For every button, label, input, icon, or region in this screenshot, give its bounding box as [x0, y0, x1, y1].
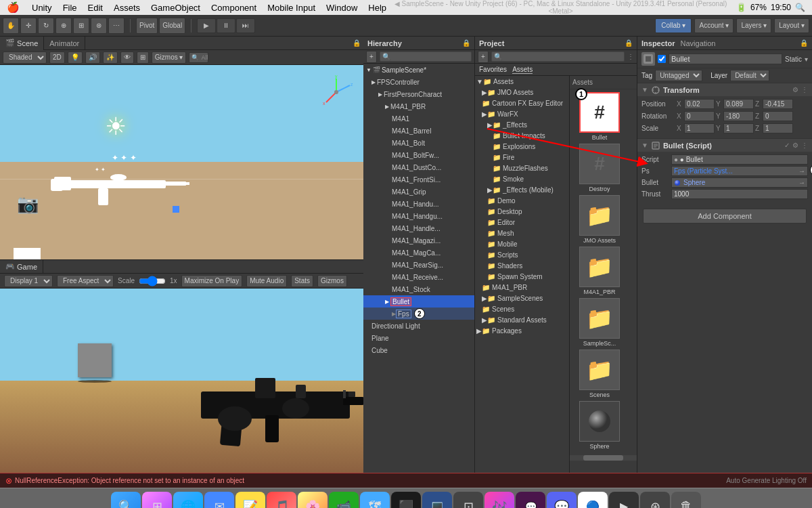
- hier-m4a1[interactable]: M4A1: [363, 112, 474, 125]
- dock-finder[interactable]: 🔍: [111, 492, 141, 509]
- script-dots[interactable]: ⋮: [801, 142, 808, 149]
- static-arrow[interactable]: ▾: [805, 56, 808, 63]
- tab-game[interactable]: 🎮 Game: [0, 260, 43, 274]
- dock-trash[interactable]: 🗑: [671, 492, 701, 509]
- hierarchy-search[interactable]: [380, 51, 472, 62]
- add-component-btn[interactable]: Add Component: [643, 209, 807, 224]
- collab-button[interactable]: Collab ▾: [655, 18, 692, 33]
- hier-fpscontroller[interactable]: ▶ FPSController: [363, 76, 474, 88]
- asset-samplesc[interactable]: 📁 SampleSc...: [572, 298, 627, 347]
- scene-audio-btn[interactable]: 🔊: [85, 51, 100, 64]
- bullet-link-icon[interactable]: →: [798, 179, 805, 186]
- tree-smoke[interactable]: 📁 Smoke: [475, 173, 569, 184]
- tree-m4a1pbr[interactable]: 📁 M4A1_PBR: [475, 282, 569, 293]
- scale-tool[interactable]: ⊕: [55, 18, 72, 34]
- display-select[interactable]: Display 1: [4, 275, 53, 287]
- hand-tool[interactable]: ✋: [3, 18, 19, 34]
- tab-favorites[interactable]: Favorites: [479, 66, 507, 73]
- tree-bulletimpacts[interactable]: 📁 Bullet Impacts: [475, 130, 569, 141]
- dock-safari[interactable]: 🌐: [173, 492, 203, 509]
- scene-light-btn[interactable]: 💡: [68, 51, 83, 64]
- gizmos-btn[interactable]: Gizmos ▾: [152, 51, 187, 64]
- hier-firstperson[interactable]: ▶ FirstPersonCharact: [363, 88, 474, 100]
- layer-select[interactable]: Default: [730, 70, 769, 81]
- tab-assets[interactable]: Assets: [512, 66, 533, 74]
- scene-grid-btn[interactable]: ⊞: [137, 51, 149, 64]
- mobile-input-menu[interactable]: Mobile Input: [262, 3, 321, 13]
- asset-jmo[interactable]: 📁 JMO Assets: [572, 195, 627, 244]
- dock-music[interactable]: 🎵: [267, 492, 296, 509]
- thrust-input[interactable]: 1000: [671, 189, 808, 199]
- game-viewport[interactable]: [0, 289, 363, 473]
- hier-m4a1bolt[interactable]: M4A1_Bolt: [363, 137, 474, 149]
- hier-m4a1receive[interactable]: M4A1_Receive...: [363, 271, 474, 283]
- tree-fire[interactable]: 📁 Fire: [475, 152, 569, 163]
- transform-dots[interactable]: ⋮: [801, 86, 808, 93]
- hier-m4a1handgu[interactable]: M4A1_Handgu...: [363, 210, 474, 222]
- dock-discord[interactable]: 💬: [547, 492, 577, 509]
- maximize-btn[interactable]: Maximize On Play: [181, 275, 243, 287]
- hier-m4a1magazi[interactable]: M4A1_Magazi...: [363, 234, 474, 247]
- hier-m4a1dustco[interactable]: M4A1_DustCo...: [363, 161, 474, 173]
- aspect-select[interactable]: Free Aspect: [57, 275, 114, 287]
- ps-link-icon[interactable]: →: [798, 167, 805, 175]
- step-button[interactable]: ⏭: [236, 18, 255, 33]
- dock-chrome[interactable]: 🔵: [578, 492, 608, 509]
- hier-m4a1magca[interactable]: M4A1_MagCa...: [363, 247, 474, 259]
- dock-unity[interactable]: ⊡: [453, 492, 483, 509]
- tree-warfx[interactable]: ▶📁 WarFX: [475, 108, 569, 119]
- rot-x-input[interactable]: [684, 111, 715, 121]
- dock-slack[interactable]: 💬: [516, 492, 545, 509]
- apple-menu-icon[interactable]: 🍎: [0, 1, 26, 14]
- asset-destroy[interactable]: # Destroy: [572, 144, 627, 192]
- tree-effectsmobile[interactable]: ▶📁 _Effects (Mobile): [475, 184, 569, 195]
- dock-notes[interactable]: 📝: [235, 492, 265, 509]
- hier-m4a1frontsi[interactable]: M4A1_FrontSi...: [363, 173, 474, 186]
- tree-scripts[interactable]: 📁 Scripts: [475, 249, 569, 260]
- pos-x-input[interactable]: 0.02: [684, 99, 715, 109]
- tree-assets[interactable]: ▼📁 Assets: [475, 76, 569, 87]
- tag-select[interactable]: Untagged: [655, 70, 702, 81]
- scene-hidden-btn[interactable]: 👁: [120, 51, 134, 64]
- mute-btn[interactable]: Mute Audio: [246, 275, 287, 287]
- rot-z-input[interactable]: [763, 111, 793, 121]
- dock-itunes[interactable]: 🎶: [484, 492, 514, 509]
- dock-facetime[interactable]: 📹: [329, 492, 359, 509]
- hier-m4a1grip[interactable]: M4A1_Grip: [363, 186, 474, 198]
- add-hierarchy-btn[interactable]: +: [366, 51, 377, 63]
- tree-samplescenes[interactable]: ▶📁 SampleScenes: [475, 293, 569, 303]
- scale-z-input[interactable]: [763, 123, 793, 133]
- hier-bullet[interactable]: ▶ Bullet: [363, 295, 474, 308]
- asset-m4a1pbr[interactable]: 📁 M4A1_PBR: [572, 247, 627, 295]
- tab-navigation[interactable]: Navigation: [681, 39, 716, 47]
- pos-z-input[interactable]: -0.415: [763, 99, 793, 109]
- dock-launchpad[interactable]: ⊞: [142, 492, 172, 509]
- hier-dirlight[interactable]: Directional Light: [363, 320, 474, 332]
- asset-bullet[interactable]: # 1 Bullet: [572, 92, 627, 141]
- gizmos-game-btn[interactable]: Gizmos: [317, 275, 347, 287]
- tree-cartoonfx[interactable]: 📁 Cartoon FX Easy Editor: [475, 98, 569, 108]
- window-menu[interactable]: Window: [321, 3, 363, 13]
- tree-spawnsystem[interactable]: 📁 Spawn System: [475, 271, 569, 282]
- pause-button[interactable]: ⏸: [217, 18, 235, 33]
- edit-menu[interactable]: Edit: [83, 3, 108, 13]
- scale-y-input[interactable]: [723, 123, 754, 133]
- layout-button[interactable]: Layout ▾: [774, 18, 809, 33]
- scale-slider[interactable]: [139, 278, 166, 284]
- tree-scenes[interactable]: 📁 Scenes: [475, 303, 569, 314]
- hier-scene[interactable]: ▼ 🎬 SampleScene*: [363, 64, 474, 76]
- tree-editor[interactable]: 📁 Editor: [475, 217, 569, 228]
- tree-demo[interactable]: 📁 Demo: [475, 195, 569, 206]
- transform-settings[interactable]: ⚙: [792, 86, 798, 93]
- hier-cube[interactable]: Cube: [363, 344, 474, 356]
- dock-vscode[interactable]: 💻: [422, 492, 452, 509]
- add-project-btn[interactable]: +: [478, 51, 489, 63]
- help-menu[interactable]: Help: [363, 3, 392, 13]
- object-name-input[interactable]: [669, 54, 782, 64]
- rotate-tool[interactable]: ↻: [38, 18, 54, 34]
- dock-photos[interactable]: 🌸: [298, 492, 328, 509]
- hier-plane[interactable]: Plane: [363, 332, 474, 344]
- rot-y-input[interactable]: [723, 111, 754, 121]
- asset-sphere[interactable]: Sphere: [572, 401, 627, 450]
- unity-menu[interactable]: Unity: [26, 3, 58, 13]
